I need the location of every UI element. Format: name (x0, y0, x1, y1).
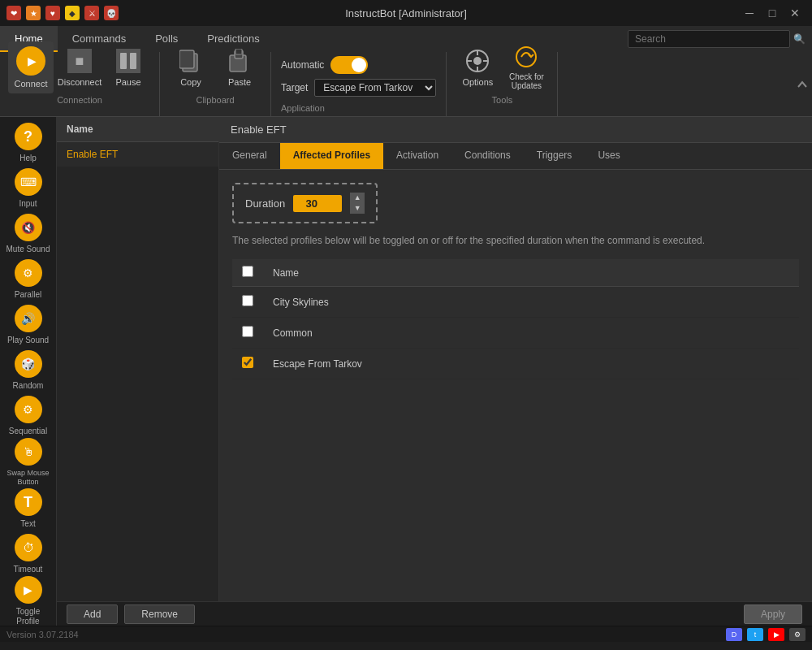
sidebar-sequential-label: Sequential (9, 427, 47, 436)
minimize-button[interactable]: ─ (739, 2, 760, 24)
sidebar-item-text[interactable]: T Text (2, 486, 55, 531)
tab-content: Duration ▲ ▼ The selected profiles below… (219, 170, 812, 601)
sidebar-item-swap-mouse[interactable]: 🖱 Swap Mouse Button (2, 439, 55, 486)
search-box: 🔍 (621, 26, 812, 52)
table-cell-check (232, 349, 263, 379)
search-input[interactable] (628, 30, 790, 48)
sidebar-input-label: Input (19, 199, 37, 209)
table-header-name: Name (263, 259, 799, 287)
status-icons: D t ▶ ⚙ (726, 628, 806, 641)
automatic-toggle[interactable] (330, 56, 368, 74)
sidebar-item-input[interactable]: ⌨ Input (2, 166, 55, 211)
profile-city-skylines-checkbox[interactable] (242, 295, 253, 306)
disconnect-button[interactable]: Disconnect (57, 41, 102, 93)
toolbar-clipboard-group: Copy Paste Clipboard (160, 52, 271, 116)
paste-icon (227, 48, 253, 74)
sidebar-item-parallel[interactable]: ⚙ Parallel (2, 257, 55, 302)
toolbar-connection-group: Connect Disconnect Pause Connection (0, 52, 160, 116)
info-text: The selected profiles below will be togg… (232, 235, 799, 246)
sidebar-item-timeout[interactable]: ⏱ Timeout (2, 531, 55, 577)
sidebar-item-sequential[interactable]: ⚙ Sequential (2, 393, 55, 439)
tab-general[interactable]: General (219, 143, 280, 169)
main-content: ? Help ⌨ Input 🔇 Mute Sound ⚙ Parallel (0, 117, 812, 626)
check-updates-icon (513, 45, 539, 69)
options-button[interactable]: Options (455, 41, 500, 93)
table-row: Common (232, 318, 799, 349)
app-icon-red: ❤ (6, 6, 21, 20)
sidebar-swap-mouse-label: Swap Mouse Button (5, 469, 52, 487)
table-header-check (232, 259, 263, 287)
svg-point-11 (516, 47, 536, 67)
text-icon: T (14, 488, 43, 516)
table-cell-name: City Skylines (263, 287, 799, 318)
name-item-enable-eft[interactable]: Enable EFT (57, 142, 218, 167)
tab-activation[interactable]: Activation (383, 143, 451, 169)
toolbar-collapse-button[interactable] (796, 52, 812, 116)
search-icon[interactable]: 🔍 (793, 33, 806, 45)
table-row: Escape From Tarkov (232, 349, 799, 379)
pause-button[interactable]: Pause (106, 41, 151, 93)
svg-rect-1 (179, 50, 194, 68)
extra-icon[interactable]: ⚙ (789, 628, 806, 641)
name-list: Enable EFT (57, 142, 218, 601)
duration-label: Duration (245, 197, 285, 210)
status-bar: Version 3.07.2184 D t ▶ ⚙ (0, 626, 812, 642)
copy-button[interactable]: Copy (168, 41, 214, 93)
twitter-icon[interactable]: t (747, 628, 763, 641)
detail-header: Enable EFT (219, 117, 812, 143)
connect-button[interactable]: Connect (8, 41, 54, 93)
sidebar-play-sound-label: Play Sound (7, 336, 49, 345)
version-text: Version 3.07.2184 (6, 630, 79, 639)
app-icon-red3: ⚔ (84, 6, 99, 20)
duration-decrement[interactable]: ▼ (350, 203, 365, 214)
duration-input[interactable] (293, 195, 342, 212)
toggle-knob (352, 58, 366, 72)
name-panel: Name Enable EFT (57, 117, 219, 601)
duration-increment[interactable]: ▲ (350, 193, 365, 203)
tab-affected-profiles[interactable]: Affected Profiles (280, 143, 383, 169)
clipboard-group-label: Clipboard (196, 93, 234, 105)
sidebar-toggle-profile-label: Toggle Profile (5, 607, 52, 626)
sidebar-item-play-sound[interactable]: 🔊 Play Sound (2, 302, 55, 348)
target-select[interactable]: Escape From Tarkov City Skylines Common (314, 79, 436, 97)
apply-button[interactable]: Apply (744, 604, 802, 624)
sidebar-timeout-label: Timeout (14, 565, 43, 574)
close-button[interactable]: ✕ (784, 2, 806, 24)
table-cell-check (232, 318, 263, 349)
table-cell-name: Common (263, 318, 799, 349)
sidebar-random-label: Random (13, 381, 44, 391)
app-icon-skull: 💀 (104, 6, 119, 20)
select-all-checkbox[interactable] (242, 266, 253, 277)
tab-conditions[interactable]: Conditions (451, 143, 524, 169)
svg-rect-4 (235, 49, 242, 54)
pause-label: Pause (115, 77, 140, 87)
profile-common-checkbox[interactable] (242, 326, 253, 337)
sidebar: ? Help ⌨ Input 🔇 Mute Sound ⚙ Parallel (0, 117, 57, 626)
help-icon: ? (14, 123, 43, 150)
check-updates-button[interactable]: Check for Updates (503, 41, 549, 93)
sidebar-item-help[interactable]: ? Help (2, 120, 55, 166)
tab-triggers[interactable]: Triggers (524, 143, 585, 169)
app-icon-red2: ♥ (45, 6, 60, 20)
remove-button[interactable]: Remove (124, 604, 195, 624)
tools-group-label: Tools (492, 93, 513, 105)
check-updates-label: Check for Updates (507, 72, 546, 90)
content-area: Name Enable EFT Enable EFT General Affec… (57, 117, 812, 626)
svg-point-6 (473, 57, 482, 65)
sidebar-mute-label: Mute Sound (6, 245, 50, 254)
sidebar-item-random[interactable]: 🎲 Random (2, 348, 55, 393)
sidebar-item-toggle-profile[interactable]: ▶ Toggle Profile (2, 577, 55, 626)
discord-icon[interactable]: D (726, 628, 742, 641)
copy-label: Copy (180, 77, 201, 87)
detail-tabs: General Affected Profiles Activation Con… (219, 143, 812, 170)
youtube-icon[interactable]: ▶ (768, 628, 784, 641)
duration-box: Duration ▲ ▼ (232, 183, 378, 223)
add-button[interactable]: Add (67, 604, 118, 624)
paste-button[interactable]: Paste (217, 41, 262, 93)
copy-icon (178, 48, 204, 74)
tab-uses[interactable]: Uses (585, 143, 633, 169)
profile-escape-from-tarkov-checkbox[interactable] (242, 357, 253, 368)
sidebar-item-mute-sound[interactable]: 🔇 Mute Sound (2, 211, 55, 257)
maximize-button[interactable]: □ (762, 2, 783, 24)
detail-panel: Enable EFT General Affected Profiles Act… (219, 117, 812, 601)
